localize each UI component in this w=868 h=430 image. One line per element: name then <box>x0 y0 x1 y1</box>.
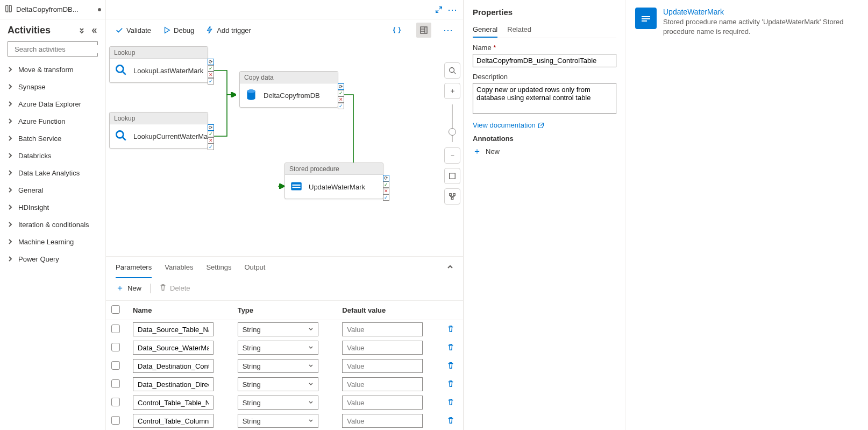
properties-tab-related[interactable]: Related <box>507 22 531 38</box>
sidebar: DeltaCopyfromDB... Activities Move & tra… <box>0 0 106 430</box>
param-default-input[interactable] <box>342 377 423 391</box>
bottom-tab-variables[interactable]: Variables <box>165 257 193 278</box>
lookup-icon <box>114 129 128 144</box>
row-checkbox[interactable] <box>111 416 120 425</box>
param-default-input[interactable] <box>342 359 423 373</box>
activity-category[interactable]: Batch Service <box>2 130 103 147</box>
param-name-input[interactable] <box>133 396 214 410</box>
more-menu-icon[interactable]: ⋯ <box>447 4 458 16</box>
node-stored-procedure[interactable]: Stored procedure UpdateWaterMark ⟳✓✕✓ <box>284 163 383 199</box>
view-documentation-link[interactable]: View documentation <box>473 121 616 129</box>
node-copy-data[interactable]: Copy data DeltaCopyfromDB ⟳✓✕✓ <box>239 71 338 108</box>
add-trigger-button[interactable]: Add trigger <box>206 26 251 34</box>
table-row: String <box>106 393 463 412</box>
param-type-select[interactable]: String <box>238 322 318 336</box>
activity-category[interactable]: Azure Function <box>2 112 103 130</box>
delete-row-button[interactable] <box>447 344 454 353</box>
svg-rect-10 <box>450 173 456 179</box>
properties-toggle-button[interactable] <box>416 23 431 38</box>
parameters-table: Name Type Default value StringStringStri… <box>106 300 463 430</box>
code-view-button[interactable] <box>389 23 404 38</box>
zoom-out-button[interactable]: － <box>444 147 460 164</box>
activity-category[interactable]: Azure Data Explorer <box>2 95 103 112</box>
delete-row-button[interactable] <box>447 363 454 371</box>
svg-rect-16 <box>642 18 650 19</box>
activity-category[interactable]: Move & transform <box>2 61 103 78</box>
chevron-down-icon <box>308 400 314 405</box>
param-default-input[interactable] <box>342 414 423 428</box>
pipeline-description-input[interactable] <box>473 83 616 114</box>
node-status-icons: ⟳✓✕✓ <box>208 59 214 84</box>
node-lookup-current-watermark[interactable]: Lookup LookupCurrentWaterMark ⟳✓✕✓ <box>109 112 208 149</box>
activity-category[interactable]: Power Query <box>2 250 103 267</box>
delete-row-button[interactable] <box>447 399 454 407</box>
collapse-bottom-icon[interactable] <box>447 264 453 272</box>
param-name-input[interactable] <box>133 322 214 336</box>
param-name-input[interactable] <box>133 341 214 355</box>
maximize-icon[interactable] <box>435 5 443 14</box>
new-annotation-button[interactable]: ＋New <box>473 146 616 157</box>
activity-category[interactable]: HDInsight <box>2 199 103 216</box>
param-type-select[interactable]: String <box>238 377 318 391</box>
zoom-in-button[interactable]: ＋ <box>444 83 460 99</box>
fit-to-screen-button[interactable] <box>444 168 460 184</box>
validate-button[interactable]: Validate <box>116 26 151 34</box>
activity-category[interactable]: General <box>2 181 103 199</box>
row-checkbox[interactable] <box>111 325 120 333</box>
bottom-tab-parameters[interactable]: Parameters <box>116 257 152 278</box>
collapse-panel-icon[interactable] <box>89 26 98 35</box>
param-name-input[interactable] <box>133 414 214 428</box>
chevron-right-icon <box>8 169 13 177</box>
pipeline-canvas[interactable]: Lookup LookupLastWaterMark ⟳✓✕✓ Lookup L… <box>106 41 442 256</box>
properties-tab-general[interactable]: General <box>473 22 497 38</box>
activity-category[interactable]: Iteration & conditionals <box>2 216 103 233</box>
expand-all-icon[interactable] <box>77 26 86 35</box>
table-row: String <box>106 357 463 375</box>
param-type-select[interactable]: String <box>238 414 318 428</box>
delete-row-button[interactable] <box>447 381 454 389</box>
param-name-input[interactable] <box>133 377 214 391</box>
param-default-input[interactable] <box>342 322 423 336</box>
debug-button[interactable]: Debug <box>163 26 194 34</box>
row-checkbox[interactable] <box>111 379 120 388</box>
bottom-tabs: ParametersVariablesSettingsOutput <box>106 257 463 278</box>
new-parameter-button[interactable]: ＋New <box>116 283 141 294</box>
delete-row-button[interactable] <box>447 418 454 426</box>
chevron-right-icon <box>8 83 13 91</box>
search-activities-input[interactable] <box>8 41 98 57</box>
table-row: String <box>106 320 463 339</box>
param-default-input[interactable] <box>342 341 423 355</box>
param-type-select[interactable]: String <box>238 341 318 355</box>
node-lookup-last-watermark[interactable]: Lookup LookupLastWaterMark ⟳✓✕✓ <box>109 46 208 83</box>
param-type-select[interactable]: String <box>238 396 318 410</box>
param-default-input[interactable] <box>342 396 423 410</box>
activity-category[interactable]: Data Lake Analytics <box>2 164 103 181</box>
toolbar-more-icon[interactable]: ⋯ <box>443 24 453 36</box>
play-icon <box>163 26 170 34</box>
activity-category[interactable]: Synapse <box>2 78 103 95</box>
zoom-slider[interactable] <box>452 104 453 142</box>
param-type-select[interactable]: String <box>238 359 318 373</box>
delete-parameter-button[interactable]: Delete <box>159 284 190 293</box>
param-name-input[interactable] <box>133 359 214 373</box>
select-all-checkbox[interactable] <box>111 305 120 314</box>
bottom-tab-output[interactable]: Output <box>244 257 265 278</box>
pipeline-name-input[interactable] <box>473 54 616 67</box>
search-canvas-button[interactable] <box>444 62 460 79</box>
bottom-tab-settings[interactable]: Settings <box>206 257 231 278</box>
database-icon <box>244 88 258 103</box>
activity-category[interactable]: Machine Learning <box>2 233 103 250</box>
error-title-link[interactable]: UpdateWaterMark <box>663 8 858 16</box>
stored-procedure-icon <box>635 8 657 29</box>
row-checkbox[interactable] <box>111 343 120 351</box>
row-checkbox[interactable] <box>111 398 120 406</box>
svg-rect-6 <box>291 182 302 190</box>
layout-button[interactable] <box>444 188 460 205</box>
activity-category[interactable]: Databricks <box>2 147 103 164</box>
row-checkbox[interactable] <box>111 361 120 370</box>
pipeline-tab[interactable]: DeltaCopyfromDB... <box>0 0 105 19</box>
delete-row-button[interactable] <box>447 326 454 334</box>
table-row: String <box>106 339 463 357</box>
activities-heading: Activities <box>8 25 74 36</box>
chevron-right-icon <box>8 152 13 160</box>
